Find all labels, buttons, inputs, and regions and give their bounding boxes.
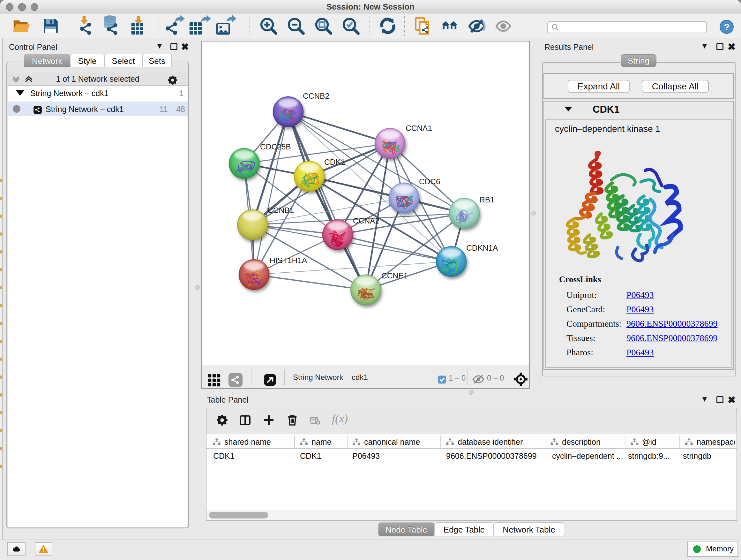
svg-text:CDKN1A: CDKN1A <box>466 244 498 252</box>
svg-text:CCNA2: CCNA2 <box>353 216 380 225</box>
svg-text:RB1: RB1 <box>479 195 495 204</box>
svg-text:CDK1: CDK1 <box>324 158 345 166</box>
svg-text:HIST1H1A: HIST1H1A <box>270 256 307 265</box>
svg-text:CCNE1: CCNE1 <box>381 271 408 280</box>
svg-text:CDC25B: CDC25B <box>260 142 291 151</box>
svg-text:CCNA1: CCNA1 <box>406 124 432 132</box>
svg-text:CDC6: CDC6 <box>419 177 441 186</box>
svg-text:CCNB2: CCNB2 <box>303 91 329 100</box>
svg-text:CCNB1: CCNB1 <box>267 206 294 214</box>
